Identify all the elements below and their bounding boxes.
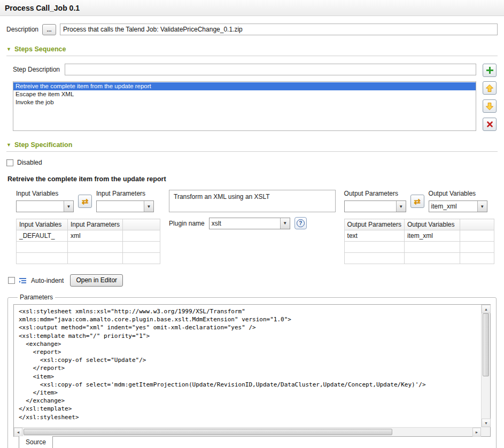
table-row[interactable]: text item_xml bbox=[344, 230, 494, 242]
parameters-label: Parameters bbox=[18, 293, 55, 301]
table-row[interactable] bbox=[344, 242, 494, 253]
step-description-row: Step Description bbox=[13, 64, 497, 77]
scroll-down-button[interactable]: ▼ bbox=[482, 419, 491, 427]
output-parameters-combo[interactable]: ▼ bbox=[344, 200, 406, 212]
map-output-button[interactable]: ⇄ bbox=[410, 195, 424, 208]
vertical-scroll-thumb[interactable] bbox=[483, 313, 489, 376]
table-cell[interactable] bbox=[344, 242, 404, 253]
plus-icon bbox=[486, 67, 493, 74]
xslt-source-code[interactable]: <xsl:stylesheet xmlns:xsl="http://www.w3… bbox=[14, 305, 481, 427]
table-cell[interactable] bbox=[405, 253, 460, 264]
horizontal-scrollbar[interactable]: ◄ ► bbox=[14, 427, 481, 436]
combo-value bbox=[97, 201, 144, 212]
map-input-button[interactable]: ⇄ bbox=[78, 195, 92, 208]
page-title: Process Call_Job 0.1 bbox=[5, 4, 80, 12]
table-cell[interactable] bbox=[460, 230, 494, 242]
editor-tab-bar: Source bbox=[13, 437, 491, 448]
section-divider bbox=[6, 56, 498, 56]
horizontal-scroll-track[interactable] bbox=[22, 428, 472, 436]
table-cell[interactable]: _DEFAULT_ bbox=[17, 230, 68, 242]
table-row[interactable] bbox=[344, 253, 494, 264]
table-cell[interactable] bbox=[17, 253, 68, 264]
chevron-down-icon[interactable]: ▼ bbox=[477, 201, 487, 212]
horizontal-scroll-thumb[interactable] bbox=[24, 429, 392, 435]
scrollbar-corner bbox=[481, 427, 490, 436]
combo-value: xslt bbox=[210, 218, 280, 229]
vertical-scrollbar[interactable]: ▲ ▼ bbox=[481, 305, 490, 427]
table-row[interactable]: _DEFAULT_ xml bbox=[17, 230, 160, 242]
arrow-up-icon bbox=[485, 84, 494, 92]
steps-list-row: Retreive the complete item from the upda… bbox=[13, 81, 497, 131]
open-in-editor-button[interactable]: Open in Editor bbox=[70, 274, 123, 287]
vertical-scroll-track[interactable] bbox=[482, 313, 490, 419]
table-cell[interactable] bbox=[460, 242, 494, 253]
step-description-label: Step Description bbox=[13, 66, 60, 73]
table-cell[interactable] bbox=[123, 253, 160, 264]
table-cell[interactable] bbox=[344, 253, 404, 264]
chevron-down-icon[interactable]: ▼ bbox=[396, 201, 406, 212]
arrow-down-icon bbox=[485, 102, 494, 111]
move-step-up-button[interactable] bbox=[483, 81, 497, 95]
move-step-down-button[interactable] bbox=[483, 99, 497, 113]
description-browse-button[interactable]: ... bbox=[42, 24, 56, 35]
steps-sequence-section-header[interactable]: ▼ Steps Sequence bbox=[6, 45, 498, 53]
table-cell[interactable]: item_xml bbox=[405, 230, 460, 242]
table-cell[interactable] bbox=[123, 230, 160, 242]
auto-indent-checkbox[interactable] bbox=[8, 277, 15, 284]
chevron-down-icon[interactable]: ▼ bbox=[144, 201, 153, 212]
column-header-output-variables[interactable]: Output Variables bbox=[405, 219, 460, 230]
input-parameters-combo[interactable]: ▼ bbox=[96, 200, 154, 212]
description-input[interactable] bbox=[60, 24, 498, 35]
swap-arrows-icon: ⇄ bbox=[414, 197, 421, 205]
table-cell[interactable] bbox=[123, 242, 160, 253]
collapse-triangle-icon[interactable]: ▼ bbox=[6, 143, 11, 148]
disabled-checkbox[interactable] bbox=[6, 159, 13, 166]
plugin-description: Transform an XML using an XSLT bbox=[169, 190, 336, 212]
table-cell[interactable]: text bbox=[344, 230, 404, 242]
output-variables-combo[interactable]: item_xml ▼ bbox=[429, 200, 487, 212]
step-description-input[interactable] bbox=[65, 64, 476, 75]
editor-options-row: Auto-indent Open in Editor bbox=[8, 274, 498, 287]
help-button[interactable]: ? bbox=[294, 217, 307, 229]
scroll-up-button[interactable]: ▲ bbox=[482, 305, 491, 313]
source-editor[interactable]: <xsl:stylesheet xmlns:xsl="http://www.w3… bbox=[13, 304, 491, 437]
column-header-input-variables[interactable]: Input Variables bbox=[17, 219, 68, 230]
table-cell[interactable]: xml bbox=[68, 230, 123, 242]
plugin-name-combo[interactable]: xslt ▼ bbox=[209, 218, 290, 229]
swap-arrows-icon: ⇄ bbox=[82, 197, 89, 205]
column-header-input-parameters[interactable]: Input Parameters bbox=[68, 219, 123, 230]
disabled-row: Disabled bbox=[6, 159, 498, 166]
collapse-triangle-icon[interactable]: ▼ bbox=[6, 47, 11, 52]
list-item[interactable]: Escape the item XML bbox=[13, 90, 476, 98]
list-item[interactable]: Invoke the job bbox=[13, 98, 476, 106]
scroll-left-button[interactable]: ◄ bbox=[14, 428, 22, 437]
table-cell[interactable] bbox=[17, 242, 68, 253]
description-label: Description bbox=[6, 26, 38, 33]
output-mapping-column: Output Parameters ▼ ⇄ Out bbox=[344, 190, 494, 264]
table-cell[interactable] bbox=[68, 253, 123, 264]
steps-sequence-section-title: Steps Sequence bbox=[14, 45, 66, 53]
step-specification-panel: Input Variables ▼ ⇄ Input bbox=[16, 190, 494, 264]
add-step-button[interactable] bbox=[483, 64, 497, 77]
table-cell[interactable] bbox=[405, 242, 460, 253]
column-header-output-parameters[interactable]: Output Parameters bbox=[344, 219, 404, 230]
output-parameters-label: Output Parameters bbox=[344, 190, 406, 198]
output-mapping-table[interactable]: Output Parameters Output Variables text … bbox=[344, 219, 494, 264]
chevron-down-icon[interactable]: ▼ bbox=[64, 201, 73, 212]
input-variables-combo[interactable]: ▼ bbox=[16, 200, 74, 212]
combo-value bbox=[17, 201, 64, 212]
input-mapping-table[interactable]: Input Variables Input Parameters _DEFAUL… bbox=[16, 219, 160, 264]
list-item[interactable]: Retreive the complete item from the upda… bbox=[13, 82, 476, 90]
chevron-down-icon[interactable]: ▼ bbox=[280, 218, 290, 229]
auto-indent-icon bbox=[19, 277, 27, 284]
table-cell[interactable] bbox=[460, 253, 494, 264]
delete-step-button[interactable] bbox=[483, 118, 497, 131]
scroll-right-button[interactable]: ► bbox=[472, 428, 481, 437]
step-specification-section-header[interactable]: ▼ Step Specification bbox=[6, 141, 498, 149]
table-row[interactable] bbox=[17, 253, 160, 264]
steps-list[interactable]: Retreive the complete item from the upda… bbox=[13, 81, 476, 131]
input-mapping-column: Input Variables ▼ ⇄ Input bbox=[16, 190, 160, 264]
table-row[interactable] bbox=[17, 242, 160, 253]
source-tab[interactable]: Source bbox=[19, 436, 53, 448]
table-cell[interactable] bbox=[68, 242, 123, 253]
